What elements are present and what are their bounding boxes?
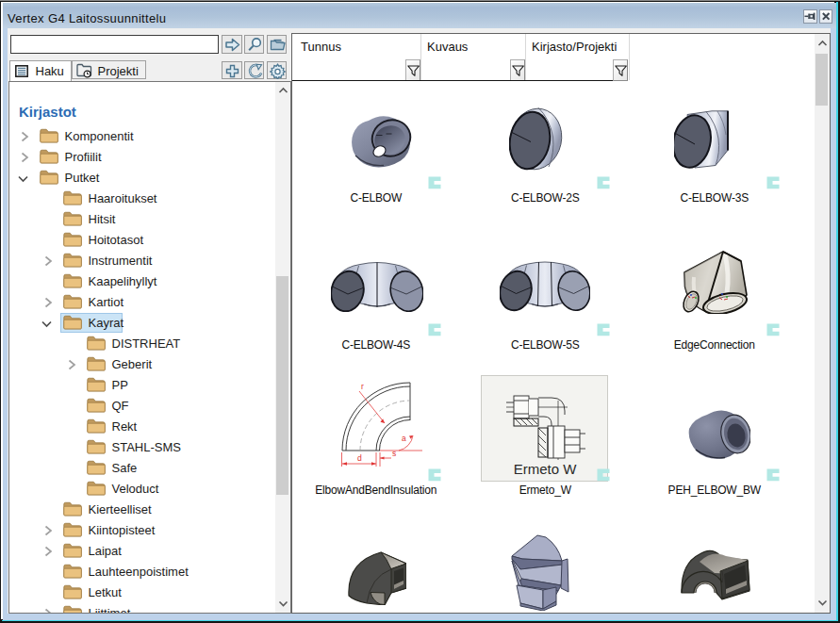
svg-text:Ermeto W: Ermeto W — [514, 461, 578, 477]
svg-text:a: a — [402, 434, 406, 443]
svg-text:r: r — [361, 382, 364, 391]
svg-text:s: s — [392, 449, 396, 458]
svg-text:d: d — [357, 453, 362, 463]
